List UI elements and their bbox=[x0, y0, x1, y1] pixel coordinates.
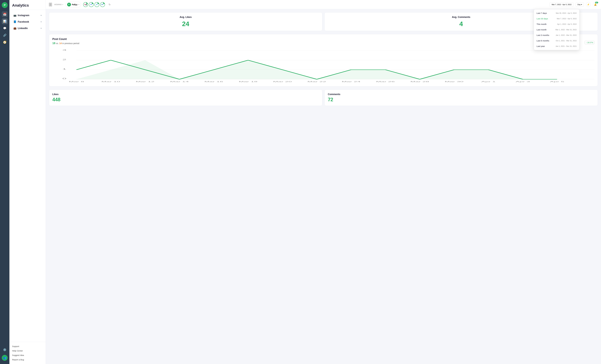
svg-text:Mar 28: Mar 28 bbox=[410, 81, 429, 82]
dropdown-item[interactable]: Last 30 days Mar 7, 2022 - Apr 5, 2022 bbox=[534, 16, 579, 21]
dropdown-item-date: Mar 7, 2022 - Apr 5, 2022 bbox=[557, 18, 577, 20]
check-badge-instagram: ✓ bbox=[86, 2, 88, 4]
metrics-row: Avg. Likes 24 Avg. Comments 4 bbox=[49, 12, 598, 31]
svg-text:Mar 22: Mar 22 bbox=[307, 81, 326, 82]
date-range-label: Mar 7, 2022 - Apr 5, 2022 bbox=[552, 3, 571, 6]
day-select-button[interactable]: Day ▾ bbox=[576, 2, 584, 7]
dropdown-item[interactable]: This month Apr 1, 2022 - Apr 5, 2022 bbox=[534, 21, 579, 27]
svg-text:1: 1 bbox=[62, 68, 67, 70]
svg-text:Mar 14: Mar 14 bbox=[170, 81, 189, 82]
check-badge-facebook: ✓ bbox=[92, 2, 94, 4]
post-count-title: Post Count bbox=[52, 38, 79, 41]
svg-text:Mar 8: Mar 8 bbox=[69, 81, 84, 82]
post-count-prev: 14 bbox=[59, 42, 62, 45]
nav-chat[interactable]: 💬 bbox=[2, 25, 8, 31]
date-range-button[interactable]: Mar 7, 2022 - Apr 5, 2022 bbox=[550, 2, 573, 7]
likes-value: 448 bbox=[52, 97, 319, 103]
main-content: ☰ VIEWING > P Pallyy ▾ P 📷 ✓ P f ✓ P t ✓ bbox=[46, 0, 601, 364]
check-badge-linkedin: ✓ bbox=[103, 2, 105, 4]
likes-card: Likes 448 bbox=[49, 90, 322, 106]
topbar: ☰ VIEWING > P Pallyy ▾ P 📷 ✓ P f ✓ P t ✓ bbox=[46, 0, 601, 9]
app-logo[interactable]: P bbox=[2, 2, 8, 8]
page-title: Analytics bbox=[12, 3, 43, 8]
day-select-chevron: ▾ bbox=[581, 3, 582, 6]
bottom-row: Likes 448 Comments 72 bbox=[49, 90, 598, 106]
metric-likes-title: Avg. Likes bbox=[52, 16, 319, 19]
nav-analytics[interactable]: 📊 bbox=[2, 18, 8, 24]
chevron-facebook: ▾ bbox=[41, 21, 41, 23]
dropdown-item-label: Last month bbox=[537, 29, 547, 31]
chevron-linkedin: ▾ bbox=[41, 27, 41, 29]
facebook-icon: 📘 bbox=[13, 20, 16, 23]
dropdown-item[interactable]: Last 3 months Jan 1, 2022 - Mar 31, 2022 bbox=[534, 32, 579, 38]
footer-bug[interactable]: Report a Bug bbox=[12, 357, 43, 362]
sidebar: Analytics 📷 Instagram ▾ 📘 Facebook ▾ 💼 L… bbox=[10, 0, 46, 364]
post-count-subtitle: 18 vs. 14 in previous period bbox=[52, 42, 79, 45]
dropdown-item-date: Mar 30, 2022 - Apr 5, 2022 bbox=[556, 12, 577, 14]
footer-support[interactable]: Support bbox=[12, 344, 43, 349]
likes-title: Likes bbox=[52, 93, 319, 96]
dropdown-item-date: Jan 1, 2021 - Dec 31, 2021 bbox=[556, 45, 577, 47]
svg-text:Apr 3: Apr 3 bbox=[516, 81, 530, 82]
sidebar-item-facebook[interactable]: 📘 Facebook ▾ bbox=[11, 19, 44, 25]
metric-likes-value: 24 bbox=[52, 20, 319, 28]
day-select-label: Day bbox=[577, 3, 581, 6]
svg-text:Mar 30: Mar 30 bbox=[445, 81, 463, 82]
viewing-label: VIEWING > bbox=[54, 3, 63, 6]
nav-team[interactable]: 👥 bbox=[2, 355, 8, 361]
svg-text:Mar 12: Mar 12 bbox=[136, 81, 154, 82]
check-badge-twitter: ✓ bbox=[97, 2, 99, 4]
sidebar-item-linkedin[interactable]: 💼 LinkedIn ▾ bbox=[11, 25, 44, 31]
metric-avg-likes: Avg. Likes 24 bbox=[49, 12, 322, 31]
svg-text:2: 2 bbox=[62, 58, 67, 61]
nav-explore[interactable]: 🧭 bbox=[2, 39, 8, 45]
linkedin-icon: 💼 bbox=[13, 27, 16, 30]
dropdown-item-label: Last 3 months bbox=[537, 34, 549, 36]
sidebar-label-instagram: Instagram bbox=[18, 14, 29, 17]
lightning-button[interactable]: ⚡ bbox=[586, 2, 591, 7]
footer-help[interactable]: Help Center bbox=[12, 349, 43, 353]
account-selector[interactable]: P Pallyy ▾ bbox=[65, 2, 81, 7]
dropdown-item-label: This month bbox=[537, 23, 547, 25]
post-count-card: Post Count 18 vs. 14 in previous period … bbox=[49, 34, 598, 86]
sidebar-item-instagram[interactable]: 📷 Instagram ▾ bbox=[11, 12, 44, 19]
account-avatar: P bbox=[67, 3, 71, 6]
menu-button[interactable]: ☰ bbox=[49, 3, 52, 6]
social-linkedin-btn[interactable]: P in ✓ bbox=[100, 2, 105, 7]
left-nav: P 📅 📊 💬 🔗 🧭 ⚙️ 👥 bbox=[0, 0, 10, 364]
account-chevron-icon: ▾ bbox=[79, 4, 79, 5]
svg-text:Mar 18: Mar 18 bbox=[239, 81, 257, 82]
sidebar-nav: 📷 Instagram ▾ 📘 Facebook ▾ 💼 LinkedIn ▾ bbox=[10, 10, 46, 342]
content-area: Avg. Likes 24 Avg. Comments 4 Post Count… bbox=[46, 9, 601, 364]
dropdown-item[interactable]: Last 7 days Mar 30, 2022 - Apr 5, 2022 bbox=[534, 10, 579, 16]
post-count-change: ↑ 28.57% bbox=[585, 41, 594, 44]
nav-calendar[interactable]: 📅 bbox=[2, 11, 8, 17]
dropdown-item-date: Apr 1, 2022 - Apr 5, 2022 bbox=[557, 23, 577, 25]
nav-settings[interactable]: ⚙️ bbox=[2, 347, 8, 353]
dropdown-item[interactable]: Last 6 months Oct 1, 2021 - Mar 31, 2022 bbox=[534, 38, 579, 43]
dropdown-item-label: Last 7 days bbox=[537, 12, 547, 14]
up-arrow-icon: ↑ bbox=[586, 42, 587, 44]
svg-text:Mar 10: Mar 10 bbox=[101, 81, 120, 82]
social-facebook-btn[interactable]: P f ✓ bbox=[89, 2, 94, 7]
line-chart: 3 2 1 0 Mar 8 Mar 10 Mar 12 bbox=[52, 48, 594, 82]
nav-link[interactable]: 🔗 bbox=[2, 32, 8, 38]
svg-text:Apr 5: Apr 5 bbox=[550, 81, 564, 82]
svg-text:Apr 1: Apr 1 bbox=[481, 81, 496, 82]
comments-value: 72 bbox=[328, 97, 594, 103]
footer-suggest[interactable]: Suggest Idea bbox=[12, 353, 43, 357]
social-twitter-btn[interactable]: P t ✓ bbox=[94, 2, 99, 7]
notification-button[interactable]: 🔔 50+ bbox=[593, 2, 598, 7]
refresh-button[interactable]: ↻ bbox=[107, 2, 112, 7]
sidebar-header: Analytics bbox=[10, 0, 46, 10]
post-count-value: 18 bbox=[52, 42, 55, 45]
dropdown-item[interactable]: Last month Mar 1, 2022 - Mar 31, 2022 bbox=[534, 27, 579, 32]
svg-text:3: 3 bbox=[62, 49, 67, 51]
svg-text:Mar 20: Mar 20 bbox=[273, 81, 292, 82]
chevron-instagram: ▾ bbox=[41, 14, 41, 16]
sidebar-label-linkedin: LinkedIn bbox=[18, 27, 28, 30]
date-dropdown: Last 7 days Mar 30, 2022 - Apr 5, 2022 L… bbox=[534, 9, 580, 50]
social-instagram-btn[interactable]: P 📷 ✓ bbox=[83, 2, 88, 7]
dropdown-item[interactable]: Last year Jan 1, 2021 - Dec 31, 2021 bbox=[534, 43, 579, 49]
dropdown-item-label: Last 6 months bbox=[537, 39, 549, 42]
